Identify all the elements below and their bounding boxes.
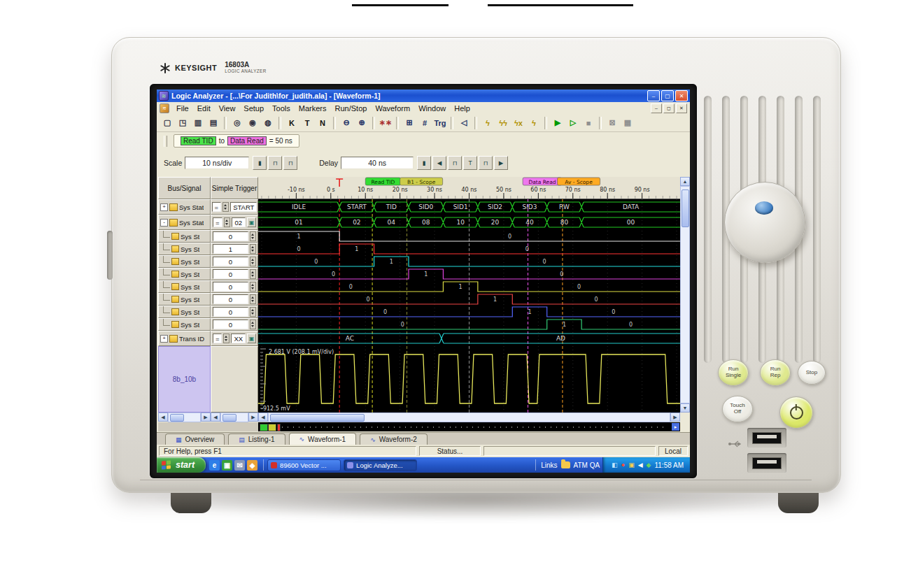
- toolbar-run-tool-3[interactable]: ϟx: [511, 116, 525, 130]
- menu-view[interactable]: View: [215, 103, 240, 113]
- tab-waveform-2[interactable]: ∿Waveform-2: [360, 433, 428, 445]
- expander-icon[interactable]: +: [160, 335, 168, 343]
- row-name-9[interactable]: Sys St: [158, 318, 211, 331]
- expander-icon[interactable]: -: [160, 219, 168, 227]
- trigger-extra-button[interactable]: ▣: [247, 334, 256, 343]
- tray-record[interactable]: ●: [621, 462, 625, 468]
- menu-markers[interactable]: Markers: [295, 103, 331, 113]
- marker-overview-bar[interactable]: ▸: [258, 422, 680, 431]
- toolbar-overlay-signals[interactable]: #: [418, 116, 432, 130]
- toolbar-zoom-out[interactable]: ⊖: [339, 116, 353, 130]
- tray-security[interactable]: ◆: [647, 462, 651, 468]
- trigger-value[interactable]: XX: [231, 334, 246, 343]
- toolbar-run-tool-1[interactable]: ϟ: [481, 116, 495, 130]
- toolbar-trigger-setup[interactable]: Trg: [433, 116, 447, 130]
- scroll-thumb[interactable]: [223, 414, 236, 422]
- row-trigger-7[interactable]: 0: [211, 293, 258, 306]
- mdi-control-close[interactable]: ✕: [676, 103, 687, 113]
- dropdown-arrows[interactable]: [223, 334, 230, 343]
- panel-button-stop[interactable]: Stop: [798, 361, 826, 385]
- scroll-track[interactable]: [680, 186, 690, 403]
- scope-bus-overlay[interactable]: 8b_10b: [158, 346, 211, 413]
- scroll-track[interactable]: [168, 413, 201, 422]
- trigger-value[interactable]: 0: [213, 320, 248, 329]
- window-control-minimize[interactable]: –: [647, 90, 660, 101]
- row-trigger-9[interactable]: 0: [211, 318, 258, 331]
- mdi-control-restore[interactable]: ◻: [663, 103, 675, 113]
- row-trigger-4[interactable]: 0: [211, 255, 258, 268]
- trigger-value[interactable]: 0: [213, 257, 248, 266]
- trigger-op[interactable]: =: [213, 334, 223, 343]
- row-trigger-10[interactable]: =XX▣: [211, 331, 258, 346]
- row-name-2[interactable]: Sys St: [158, 230, 211, 243]
- scroll-left-arrow[interactable]: ◀: [211, 413, 220, 422]
- mdi-control-minimize[interactable]: –: [651, 103, 662, 113]
- quick-launch-browser[interactable]: e: [209, 460, 220, 471]
- tray-network[interactable]: ◧: [612, 462, 618, 468]
- scroll-left-arrow[interactable]: ◀: [258, 413, 268, 422]
- dropdown-arrows[interactable]: [223, 202, 229, 212]
- row-trigger-5[interactable]: 0: [211, 268, 258, 280]
- toolbar-zoom-in[interactable]: ⊕: [355, 116, 369, 130]
- toolbar-find[interactable]: ◎: [230, 116, 244, 130]
- toolbar-add-bus[interactable]: ⊞: [402, 116, 416, 130]
- toolbar-sound[interactable]: ◁: [457, 116, 471, 130]
- scroll-right-arrow[interactable]: ▶: [670, 413, 680, 422]
- scale-button-0[interactable]: ▮: [253, 156, 267, 170]
- row-name-6[interactable]: Sys St: [158, 280, 211, 293]
- trigger-value[interactable]: 0: [213, 269, 248, 279]
- dropdown-arrows[interactable]: [250, 244, 256, 254]
- trigger-chip-data-read[interactable]: Data Read: [227, 136, 267, 145]
- tab-listing-1[interactable]: ▤Listing-1: [228, 433, 285, 445]
- toolbar-stop-acquisition[interactable]: ■: [581, 116, 595, 130]
- row-name-1[interactable]: -Sys Stat: [158, 215, 211, 230]
- dropdown-arrows[interactable]: [250, 282, 256, 292]
- scroll-right-arrow[interactable]: ▶: [248, 413, 258, 422]
- delay-button-1[interactable]: ◀: [432, 156, 446, 170]
- row-name-7[interactable]: Sys St: [158, 293, 211, 306]
- toolbar-find-options[interactable]: ◍: [261, 116, 275, 130]
- links-toolbar[interactable]: Links ATM QA: [538, 461, 602, 469]
- row-name-0[interactable]: +Sys Stat: [158, 199, 211, 215]
- trigger-value[interactable]: 02: [232, 217, 246, 227]
- trigger-chip-read-tid[interactable]: Read TID: [181, 136, 216, 145]
- panel-button-power[interactable]: [779, 396, 813, 429]
- menu-tools[interactable]: Tools: [268, 103, 295, 113]
- delay-button-3[interactable]: T: [463, 156, 477, 170]
- delay-button-2[interactable]: ⊓: [448, 156, 462, 170]
- trigger-value[interactable]: 0: [213, 231, 248, 241]
- dropdown-arrows[interactable]: [250, 307, 256, 317]
- rotary-knob[interactable]: [724, 182, 805, 263]
- overview-scroll-arrow[interactable]: ▸: [672, 423, 679, 431]
- scroll-left-arrow[interactable]: ◀: [158, 413, 168, 422]
- toolbar-open-file[interactable]: ◳: [176, 116, 190, 130]
- tab-waveform-1[interactable]: ∿Waveform-1: [289, 433, 357, 445]
- row-trigger-3[interactable]: 1: [211, 243, 258, 255]
- menu-runstop[interactable]: Run/Stop: [331, 103, 372, 113]
- tray-volume[interactable]: ◀: [638, 462, 643, 468]
- dropdown-arrows[interactable]: [250, 269, 256, 279]
- toolbar-run-repetitive[interactable]: ▷: [566, 116, 580, 130]
- menu-waveform[interactable]: Waveform: [371, 103, 414, 113]
- toolbar-cancel[interactable]: ⊠: [605, 116, 619, 130]
- trigger-value[interactable]: 0: [213, 282, 248, 292]
- scroll-up-arrow[interactable]: ▲: [680, 177, 690, 186]
- trigger-value[interactable]: 0: [213, 294, 248, 304]
- menu-file[interactable]: File: [172, 103, 193, 113]
- start-button[interactable]: start: [157, 457, 206, 473]
- delay-button-5[interactable]: ▶: [494, 156, 508, 170]
- drag-grip[interactable]: [164, 136, 167, 147]
- dropdown-arrows[interactable]: [250, 294, 256, 304]
- scale-button-2[interactable]: ⊓: [283, 156, 297, 170]
- menu-edit[interactable]: Edit: [193, 103, 215, 113]
- quick-launch-desktop[interactable]: ▣: [222, 460, 232, 471]
- trigger-value[interactable]: START: [230, 202, 257, 212]
- menu-setup[interactable]: Setup: [239, 103, 268, 113]
- window-control-maximize[interactable]: ▢: [661, 90, 674, 101]
- scale-button-1[interactable]: ⊓: [268, 156, 282, 170]
- dropdown-arrows[interactable]: [250, 231, 256, 241]
- scroll-thumb[interactable]: [170, 414, 184, 422]
- trigger-value[interactable]: 1: [213, 244, 248, 254]
- panel-button-run-rep[interactable]: Run Rep: [760, 359, 791, 386]
- window-control-close[interactable]: ✕: [675, 90, 688, 101]
